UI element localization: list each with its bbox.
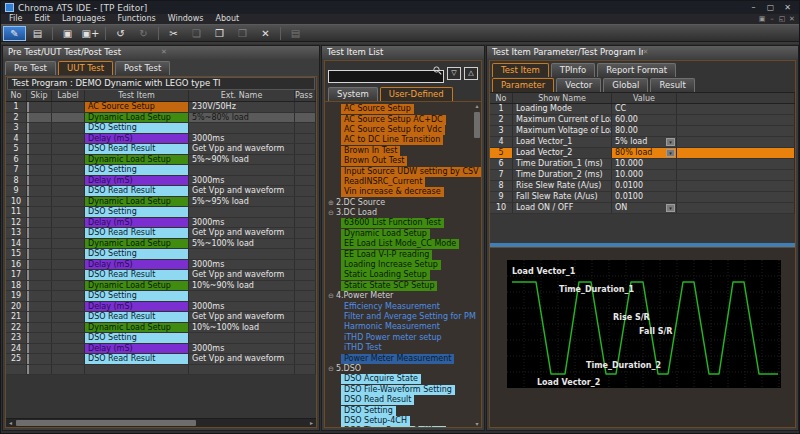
skip-checkbox[interactable] [27, 302, 29, 312]
subtab-parameter[interactable]: Parameter [492, 78, 554, 92]
tab-uut-test[interactable]: UUT Test [58, 61, 113, 75]
test-item-cell[interactable]: DSO Setting [85, 249, 189, 259]
test-item-cell[interactable]: DSO Setting [85, 123, 189, 133]
parameter-row[interactable]: 4Load Vector_15% load▾ [490, 137, 795, 148]
test-item-cell[interactable]: Dynamic Load Setup [85, 113, 189, 123]
skip-cell[interactable] [27, 354, 52, 364]
skip-checkbox[interactable] [27, 197, 29, 207]
param-value[interactable]: 5% load▾ [612, 137, 677, 147]
close-button[interactable]: ✕ [780, 2, 795, 14]
skip-cell[interactable] [27, 113, 52, 123]
tab-report-format[interactable]: Report Format [597, 63, 676, 77]
table-row[interactable]: 10Dynamic Load Setup5%~95% load [6, 197, 316, 208]
table-row[interactable]: 18Dynamic Load Setup10%~90% load [6, 281, 316, 292]
skip-cell[interactable] [27, 344, 52, 354]
skip-cell[interactable] [27, 218, 52, 228]
param-value[interactable]: 10.000 [612, 170, 677, 180]
list-item[interactable]: Static State SCP Setup [325, 281, 481, 291]
subtab-global[interactable]: Global [603, 78, 648, 92]
group-2-dc-source[interactable]: ⊕2.DC Source [325, 198, 481, 208]
test-item-cell[interactable]: Delay (mS) [85, 176, 189, 186]
parameter-row[interactable]: 5Load Vector_280% load▾ [490, 148, 795, 159]
save-as-button[interactable]: ▣+ [79, 26, 102, 41]
test-item-cell[interactable]: Dynamic Load Setup [85, 281, 189, 291]
list-item[interactable]: AC Source Setup for Vdc [325, 125, 481, 135]
list-item[interactable]: DSO Setting [325, 405, 481, 415]
scroll-up-icon[interactable]: ▴ [473, 102, 481, 109]
list-item[interactable]: Power Meter Measurement [325, 353, 481, 363]
test-item-cell[interactable]: DSO Read Result [85, 228, 189, 238]
skip-checkbox[interactable] [27, 270, 29, 280]
skip-cell[interactable] [27, 155, 52, 165]
expand-icon[interactable]: ⊕ [328, 198, 334, 208]
skip-cell[interactable] [27, 333, 52, 343]
collapse-icon[interactable]: ⊖ [328, 291, 334, 301]
table-row[interactable]: 6Dynamic Load Setup5%~90% load [6, 155, 316, 166]
test-item-cell[interactable]: Delay (mS) [85, 302, 189, 312]
test-item-cell[interactable]: DSO Setting [85, 165, 189, 175]
skip-cell[interactable] [27, 291, 52, 301]
skip-cell[interactable] [27, 207, 52, 217]
table-row[interactable]: 20Delay (mS)3000ms [6, 302, 316, 313]
report-viewer-button[interactable]: ▤ [26, 26, 49, 41]
test-item-cell[interactable]: DSO Read Result [85, 144, 189, 154]
table-row[interactable]: 15DSO Setting [6, 249, 316, 260]
parameter-row[interactable]: 3Maximum Voltage of Load (V)80.00 [490, 126, 795, 137]
list-item[interactable]: Brown Out Test [325, 156, 481, 166]
table-row[interactable]: 24Delay (mS)3000ms [6, 344, 316, 355]
table-row[interactable]: 3DSO Setting [6, 123, 316, 134]
skip-cell[interactable] [27, 281, 52, 291]
list-item[interactable]: Static Loading Setup [325, 270, 481, 280]
list-item[interactable]: iTHD Power meter setup [325, 333, 481, 343]
menu-file[interactable]: File [3, 14, 28, 24]
subtab-result[interactable]: Result [650, 78, 694, 92]
test-item-cell[interactable]: Delay (mS) [85, 134, 189, 144]
list-item[interactable]: Vin increase & decrease [325, 187, 481, 197]
tp-editor-button[interactable]: ✎ [3, 26, 26, 41]
skip-checkbox[interactable] [27, 186, 29, 196]
scrollbar-thumb[interactable] [16, 420, 196, 426]
param-value[interactable]: 80% load▾ [612, 148, 677, 158]
skip-checkbox[interactable] [27, 102, 29, 112]
table-row[interactable]: 16Delay (mS)3000ms [6, 260, 316, 271]
test-item-cell[interactable]: DSO Read Result [85, 312, 189, 322]
test-item-cell[interactable]: DSO Setting [85, 333, 189, 343]
table-row[interactable]: 25DSO Read ResultGet Vpp and waveform [6, 354, 316, 365]
skip-cell[interactable] [27, 144, 52, 154]
test-item-cell[interactable]: Dynamic Load Setup [85, 197, 189, 207]
skip-checkbox[interactable] [27, 207, 29, 217]
group-4-power-meter[interactable]: ⊖4.Power Meter [325, 291, 481, 301]
menu-languages[interactable]: Languages [56, 14, 112, 24]
list-item[interactable]: Efficiency Measurement [325, 301, 481, 311]
mdi-restore-button[interactable]: ◱ [777, 14, 787, 24]
test-item-cell[interactable]: Dynamic Load Setup [85, 155, 189, 165]
list-item[interactable]: AC to DC Line Transition [325, 135, 481, 145]
tab-pre-test[interactable]: Pre Test [5, 61, 56, 75]
test-item-cell[interactable]: Delay (mS) [85, 344, 189, 354]
group-5-dso[interactable]: ⊖5.DSO [325, 364, 481, 374]
menu-functions[interactable]: Functions [112, 14, 162, 24]
skip-cell[interactable] [27, 365, 52, 375]
table-row[interactable]: 7DSO Setting [6, 165, 316, 176]
mdi-close-button[interactable]: ✕ [787, 14, 797, 24]
skip-checkbox[interactable] [27, 260, 29, 270]
table-row[interactable]: 2Dynamic Load Setup5%~80% load [6, 113, 316, 124]
skip-checkbox[interactable] [27, 344, 29, 354]
search-next-button[interactable]: ▽ [447, 67, 461, 80]
tab-test-item[interactable]: Test Item [492, 63, 549, 77]
dropdown-button[interactable]: ▾ [666, 138, 675, 146]
list-item[interactable]: ReadINSRC_Current [325, 177, 481, 187]
table-row[interactable]: 9DSO Read ResultGet Vpp and waveform [6, 186, 316, 197]
scroll-left-icon[interactable]: ◂ [6, 419, 15, 427]
param-value[interactable]: 0.0100 [612, 181, 677, 191]
list-item[interactable]: AC Source Setup [325, 104, 481, 114]
table-row[interactable]: 12Delay (mS)3000ms [6, 218, 316, 229]
skip-checkbox[interactable] [27, 312, 29, 322]
skip-cell[interactable] [27, 134, 52, 144]
list-item[interactable]: DSO File-Waveform Setting [325, 385, 481, 395]
test-item-cell[interactable]: Delay (mS) [85, 260, 189, 270]
parameter-row[interactable]: 6Time Duration_1 (ms)10.000 [490, 159, 795, 170]
param-value[interactable]: 0.0100 [612, 192, 677, 202]
list-item[interactable]: Loading Increase Setup [325, 260, 481, 270]
list-item[interactable]: Filter and Average Setting for PM [325, 312, 481, 322]
